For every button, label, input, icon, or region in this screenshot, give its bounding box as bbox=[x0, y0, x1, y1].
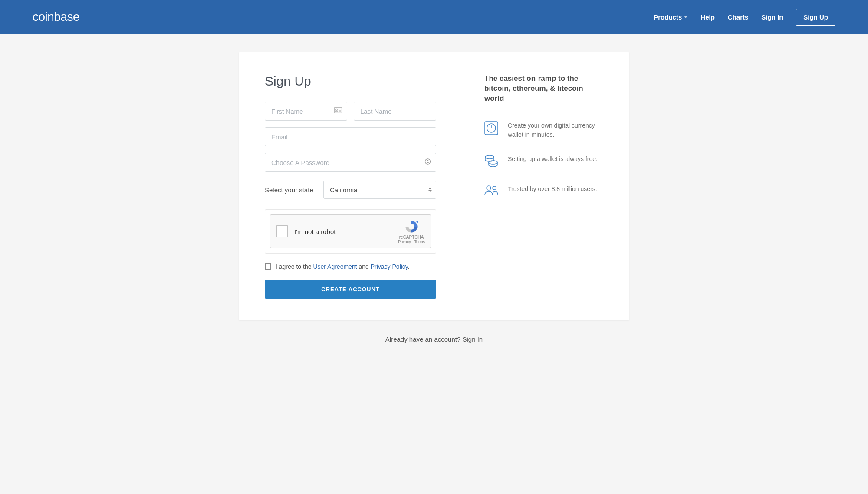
nav-products-label: Products bbox=[654, 13, 682, 21]
coins-icon bbox=[484, 155, 498, 169]
state-label: Select your state bbox=[265, 186, 315, 194]
feature-item: Create your own digital currency wallet … bbox=[484, 121, 603, 139]
recaptcha-branding: reCAPTCHA Privacy - Terms bbox=[398, 219, 425, 244]
features-sidebar: The easiest on-ramp to the bitcoin, ethe… bbox=[460, 74, 603, 299]
svg-point-6 bbox=[427, 160, 429, 161]
svg-point-5 bbox=[425, 159, 431, 164]
recaptcha-icon bbox=[404, 219, 419, 234]
clock-icon bbox=[484, 121, 498, 139]
agree-text: I agree to the User Agreement and Privac… bbox=[276, 263, 410, 270]
agree-checkbox[interactable] bbox=[265, 263, 271, 270]
agree-row: I agree to the User Agreement and Privac… bbox=[265, 263, 436, 270]
feature-text: Setting up a wallet is always free. bbox=[508, 155, 598, 169]
recaptcha-widget: I'm not a robot reCAPTCHA Privacy - Term… bbox=[270, 214, 431, 248]
create-account-button[interactable]: CREATE ACCOUNT bbox=[265, 280, 436, 299]
nav-signin[interactable]: Sign In bbox=[761, 13, 783, 21]
nav-charts[interactable]: Charts bbox=[728, 13, 749, 21]
email-input[interactable] bbox=[265, 127, 436, 146]
svg-point-1 bbox=[336, 109, 338, 111]
header: coinbase Products Help Charts Sign In Si… bbox=[0, 0, 868, 34]
nav-signup-button[interactable]: Sign Up bbox=[796, 9, 835, 26]
svg-point-13 bbox=[493, 186, 496, 190]
svg-point-10 bbox=[485, 155, 494, 159]
recaptcha-container: I'm not a robot reCAPTCHA Privacy - Term… bbox=[265, 209, 436, 254]
signup-card: Sign Up bbox=[239, 52, 629, 320]
feature-text: Trusted by over 8.8 million users. bbox=[508, 184, 597, 198]
feature-item: Trusted by over 8.8 million users. bbox=[484, 184, 603, 198]
nav: Products Help Charts Sign In Sign Up bbox=[654, 9, 835, 26]
logo[interactable]: coinbase bbox=[33, 10, 79, 24]
chevron-down-icon bbox=[684, 16, 687, 18]
recaptcha-links[interactable]: Privacy - Terms bbox=[398, 240, 425, 244]
svg-marker-7 bbox=[416, 221, 418, 223]
recaptcha-label: reCAPTCHA bbox=[399, 235, 424, 240]
password-input[interactable] bbox=[265, 153, 436, 172]
feature-item: Setting up a wallet is always free. bbox=[484, 155, 603, 169]
privacy-policy-link[interactable]: Privacy Policy bbox=[371, 263, 408, 270]
feature-text: Create your own digital currency wallet … bbox=[508, 121, 603, 139]
sidebar-heading: The easiest on-ramp to the bitcoin, ethe… bbox=[484, 74, 603, 104]
signup-form: Sign Up bbox=[265, 74, 460, 299]
user-agreement-link[interactable]: User Agreement bbox=[313, 263, 357, 270]
recaptcha-text: I'm not a robot bbox=[294, 228, 398, 235]
footer-text: Already have an account? Sign In bbox=[0, 336, 868, 343]
nav-help[interactable]: Help bbox=[700, 13, 715, 21]
footer-signin-link[interactable]: Sign In bbox=[462, 336, 483, 343]
users-icon bbox=[484, 184, 498, 198]
last-name-input[interactable] bbox=[354, 102, 436, 121]
recaptcha-checkbox[interactable] bbox=[276, 225, 288, 237]
page-title: Sign Up bbox=[265, 74, 436, 89]
svg-point-12 bbox=[487, 186, 491, 190]
password-manager-icon[interactable] bbox=[424, 158, 431, 167]
state-select[interactable]: California bbox=[323, 181, 436, 199]
contact-card-icon bbox=[334, 107, 342, 115]
nav-products[interactable]: Products bbox=[654, 13, 687, 21]
